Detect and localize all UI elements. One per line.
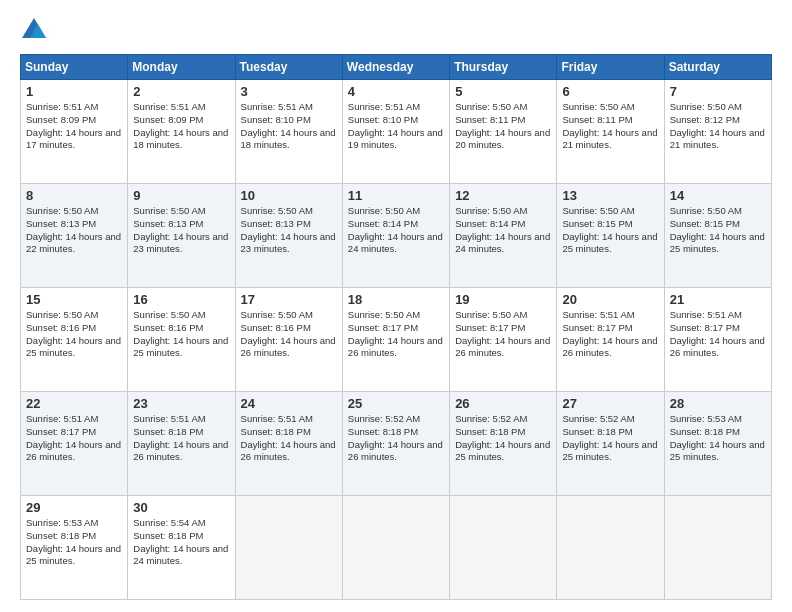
calendar-cell: 8Sunrise: 5:50 AMSunset: 8:13 PMDaylight…	[21, 184, 128, 288]
day-number: 15	[26, 292, 122, 307]
calendar-header-row: Sunday Monday Tuesday Wednesday Thursday…	[21, 55, 772, 80]
day-number: 22	[26, 396, 122, 411]
calendar-cell: 18Sunrise: 5:50 AMSunset: 8:17 PMDayligh…	[342, 288, 449, 392]
day-number: 13	[562, 188, 658, 203]
cell-info: Sunrise: 5:50 AMSunset: 8:17 PMDaylight:…	[348, 309, 443, 358]
header-wednesday: Wednesday	[342, 55, 449, 80]
day-number: 25	[348, 396, 444, 411]
cell-info: Sunrise: 5:53 AMSunset: 8:18 PMDaylight:…	[670, 413, 765, 462]
day-number: 17	[241, 292, 337, 307]
day-number: 14	[670, 188, 766, 203]
calendar-cell: 27Sunrise: 5:52 AMSunset: 8:18 PMDayligh…	[557, 392, 664, 496]
cell-info: Sunrise: 5:50 AMSunset: 8:16 PMDaylight:…	[26, 309, 121, 358]
calendar-cell: 10Sunrise: 5:50 AMSunset: 8:13 PMDayligh…	[235, 184, 342, 288]
day-number: 28	[670, 396, 766, 411]
day-number: 8	[26, 188, 122, 203]
calendar-cell: 24Sunrise: 5:51 AMSunset: 8:18 PMDayligh…	[235, 392, 342, 496]
cell-info: Sunrise: 5:50 AMSunset: 8:15 PMDaylight:…	[562, 205, 657, 254]
cell-info: Sunrise: 5:50 AMSunset: 8:12 PMDaylight:…	[670, 101, 765, 150]
day-number: 30	[133, 500, 229, 515]
calendar-cell: 19Sunrise: 5:50 AMSunset: 8:17 PMDayligh…	[450, 288, 557, 392]
calendar-week-2: 8Sunrise: 5:50 AMSunset: 8:13 PMDaylight…	[21, 184, 772, 288]
cell-info: Sunrise: 5:50 AMSunset: 8:17 PMDaylight:…	[455, 309, 550, 358]
cell-info: Sunrise: 5:51 AMSunset: 8:17 PMDaylight:…	[670, 309, 765, 358]
cell-info: Sunrise: 5:51 AMSunset: 8:18 PMDaylight:…	[241, 413, 336, 462]
cell-info: Sunrise: 5:50 AMSunset: 8:11 PMDaylight:…	[562, 101, 657, 150]
page: Sunday Monday Tuesday Wednesday Thursday…	[0, 0, 792, 612]
cell-info: Sunrise: 5:51 AMSunset: 8:10 PMDaylight:…	[241, 101, 336, 150]
calendar-cell: 7Sunrise: 5:50 AMSunset: 8:12 PMDaylight…	[664, 80, 771, 184]
day-number: 27	[562, 396, 658, 411]
cell-info: Sunrise: 5:50 AMSunset: 8:16 PMDaylight:…	[241, 309, 336, 358]
calendar-cell: 26Sunrise: 5:52 AMSunset: 8:18 PMDayligh…	[450, 392, 557, 496]
header-sunday: Sunday	[21, 55, 128, 80]
calendar-table: Sunday Monday Tuesday Wednesday Thursday…	[20, 54, 772, 600]
calendar-cell: 1Sunrise: 5:51 AMSunset: 8:09 PMDaylight…	[21, 80, 128, 184]
day-number: 4	[348, 84, 444, 99]
calendar-cell: 13Sunrise: 5:50 AMSunset: 8:15 PMDayligh…	[557, 184, 664, 288]
calendar-cell: 4Sunrise: 5:51 AMSunset: 8:10 PMDaylight…	[342, 80, 449, 184]
day-number: 11	[348, 188, 444, 203]
calendar-cell: 6Sunrise: 5:50 AMSunset: 8:11 PMDaylight…	[557, 80, 664, 184]
day-number: 29	[26, 500, 122, 515]
cell-info: Sunrise: 5:51 AMSunset: 8:17 PMDaylight:…	[562, 309, 657, 358]
calendar-cell: 16Sunrise: 5:50 AMSunset: 8:16 PMDayligh…	[128, 288, 235, 392]
calendar-cell	[450, 496, 557, 600]
header-monday: Monday	[128, 55, 235, 80]
logo-icon	[20, 16, 48, 44]
calendar-cell: 9Sunrise: 5:50 AMSunset: 8:13 PMDaylight…	[128, 184, 235, 288]
cell-info: Sunrise: 5:51 AMSunset: 8:09 PMDaylight:…	[26, 101, 121, 150]
cell-info: Sunrise: 5:50 AMSunset: 8:14 PMDaylight:…	[455, 205, 550, 254]
day-number: 6	[562, 84, 658, 99]
calendar-cell: 29Sunrise: 5:53 AMSunset: 8:18 PMDayligh…	[21, 496, 128, 600]
day-number: 12	[455, 188, 551, 203]
calendar-cell: 14Sunrise: 5:50 AMSunset: 8:15 PMDayligh…	[664, 184, 771, 288]
cell-info: Sunrise: 5:51 AMSunset: 8:10 PMDaylight:…	[348, 101, 443, 150]
day-number: 7	[670, 84, 766, 99]
calendar-cell: 30Sunrise: 5:54 AMSunset: 8:18 PMDayligh…	[128, 496, 235, 600]
calendar-cell: 20Sunrise: 5:51 AMSunset: 8:17 PMDayligh…	[557, 288, 664, 392]
day-number: 10	[241, 188, 337, 203]
cell-info: Sunrise: 5:50 AMSunset: 8:13 PMDaylight:…	[241, 205, 336, 254]
day-number: 16	[133, 292, 229, 307]
calendar-cell: 25Sunrise: 5:52 AMSunset: 8:18 PMDayligh…	[342, 392, 449, 496]
cell-info: Sunrise: 5:52 AMSunset: 8:18 PMDaylight:…	[348, 413, 443, 462]
header	[20, 16, 772, 44]
cell-info: Sunrise: 5:52 AMSunset: 8:18 PMDaylight:…	[455, 413, 550, 462]
cell-info: Sunrise: 5:53 AMSunset: 8:18 PMDaylight:…	[26, 517, 121, 566]
calendar-cell: 5Sunrise: 5:50 AMSunset: 8:11 PMDaylight…	[450, 80, 557, 184]
calendar-cell: 2Sunrise: 5:51 AMSunset: 8:09 PMDaylight…	[128, 80, 235, 184]
cell-info: Sunrise: 5:52 AMSunset: 8:18 PMDaylight:…	[562, 413, 657, 462]
cell-info: Sunrise: 5:51 AMSunset: 8:09 PMDaylight:…	[133, 101, 228, 150]
day-number: 26	[455, 396, 551, 411]
cell-info: Sunrise: 5:50 AMSunset: 8:14 PMDaylight:…	[348, 205, 443, 254]
day-number: 20	[562, 292, 658, 307]
logo	[20, 16, 52, 44]
calendar-cell: 28Sunrise: 5:53 AMSunset: 8:18 PMDayligh…	[664, 392, 771, 496]
calendar-cell: 21Sunrise: 5:51 AMSunset: 8:17 PMDayligh…	[664, 288, 771, 392]
cell-info: Sunrise: 5:50 AMSunset: 8:11 PMDaylight:…	[455, 101, 550, 150]
header-saturday: Saturday	[664, 55, 771, 80]
day-number: 23	[133, 396, 229, 411]
calendar-cell	[342, 496, 449, 600]
day-number: 24	[241, 396, 337, 411]
header-thursday: Thursday	[450, 55, 557, 80]
cell-info: Sunrise: 5:51 AMSunset: 8:18 PMDaylight:…	[133, 413, 228, 462]
cell-info: Sunrise: 5:50 AMSunset: 8:13 PMDaylight:…	[26, 205, 121, 254]
calendar-cell	[664, 496, 771, 600]
cell-info: Sunrise: 5:50 AMSunset: 8:13 PMDaylight:…	[133, 205, 228, 254]
day-number: 1	[26, 84, 122, 99]
calendar-cell: 12Sunrise: 5:50 AMSunset: 8:14 PMDayligh…	[450, 184, 557, 288]
calendar-cell: 3Sunrise: 5:51 AMSunset: 8:10 PMDaylight…	[235, 80, 342, 184]
day-number: 2	[133, 84, 229, 99]
cell-info: Sunrise: 5:50 AMSunset: 8:15 PMDaylight:…	[670, 205, 765, 254]
header-tuesday: Tuesday	[235, 55, 342, 80]
header-friday: Friday	[557, 55, 664, 80]
day-number: 21	[670, 292, 766, 307]
calendar-cell	[235, 496, 342, 600]
calendar-week-1: 1Sunrise: 5:51 AMSunset: 8:09 PMDaylight…	[21, 80, 772, 184]
calendar-week-5: 29Sunrise: 5:53 AMSunset: 8:18 PMDayligh…	[21, 496, 772, 600]
day-number: 5	[455, 84, 551, 99]
day-number: 18	[348, 292, 444, 307]
cell-info: Sunrise: 5:54 AMSunset: 8:18 PMDaylight:…	[133, 517, 228, 566]
